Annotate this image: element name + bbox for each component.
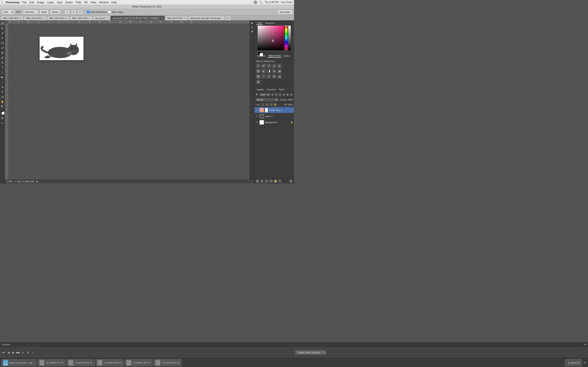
close-tab-deep-blue[interactable]: ✕	[221, 17, 223, 19]
visibility-layer1[interactable]: 👁	[256, 115, 259, 118]
apple-menu[interactable]: 	[2, 1, 3, 4]
select-menu[interactable]: Select	[65, 1, 73, 4]
lock-all-btn[interactable]: 🔒	[274, 103, 277, 106]
threshold-btn[interactable]	[272, 74, 277, 79]
filter-menu[interactable]: Filter	[76, 1, 81, 4]
add-group-btn[interactable]: 📁	[274, 179, 277, 183]
path-settings-btn[interactable]: ⚙	[78, 10, 83, 14]
text-tool[interactable]: T	[0, 90, 5, 94]
essentials-button[interactable]: Essentials	[278, 10, 292, 14]
collapse-panel-btn[interactable]: ▶	[250, 21, 254, 25]
layers-tab[interactable]: Layers	[256, 88, 264, 91]
curves-btn[interactable]	[267, 64, 271, 68]
fg-bg-swatches[interactable]	[258, 51, 264, 57]
hand-tool[interactable]: ✋	[0, 100, 5, 104]
invert-btn[interactable]: I	[261, 74, 266, 79]
tab-img0624[interactable]: IMG_0624.JPG ✕	[165, 16, 188, 20]
shape-tool[interactable]	[0, 95, 5, 99]
auto-add-delete-checkbox[interactable]	[87, 11, 90, 13]
opacity-value[interactable]: 100%	[287, 99, 293, 101]
selection-tool[interactable]	[0, 26, 5, 31]
add-mask-btn[interactable]: ◯	[265, 179, 268, 183]
close-tab-cat-purse-2[interactable]: ✕	[161, 17, 163, 19]
brightness-contrast-btn[interactable]: ☀	[256, 64, 260, 68]
layer-filter-select[interactable]: Kind Name Effect	[259, 93, 270, 96]
background-swatch[interactable]	[260, 53, 263, 56]
layer-row-layer1[interactable]: 👁 Layer 1	[254, 113, 294, 119]
clone-stamp-tool[interactable]	[0, 60, 5, 65]
close-tab-img0624[interactable]: ✕	[184, 17, 186, 19]
tab-deep-blue-sky[interactable]: deep-blue-sky-with-clouds.jpg ✕	[188, 16, 225, 20]
selective-color-btn[interactable]: ◉	[256, 80, 260, 84]
close-tab-img1554[interactable]: ✕	[89, 17, 90, 19]
move-tool[interactable]: ✥	[0, 31, 5, 35]
align-edges-checkbox[interactable]	[108, 11, 111, 13]
eyedropper-tool[interactable]	[0, 46, 5, 50]
path-transform-btn[interactable]: ▭	[65, 10, 70, 14]
layer-style-btn[interactable]: fx	[260, 179, 264, 183]
tab-cat-purse-2[interactable]: cat_purse_2 @ 33.3% (Photo Filter 1, RGB…	[111, 16, 165, 20]
share-icon[interactable]: ↗	[14, 180, 16, 183]
posterize-btn[interactable]: P	[267, 74, 271, 79]
filter-adj-btn[interactable]: A	[275, 93, 278, 96]
mask-button[interactable]: Mask	[40, 10, 49, 14]
dodge-tool[interactable]: ○	[0, 80, 5, 84]
lock-pixel-btn[interactable]: ▪	[261, 103, 265, 106]
close-tab-cat-purse[interactable]: ✕	[106, 17, 108, 19]
lightness-slider[interactable]	[288, 26, 291, 50]
delete-layer-btn[interactable]: 🗑	[289, 179, 293, 183]
color-lookup-btn[interactable]	[256, 74, 260, 79]
close-tab-img1631[interactable]: ✕	[66, 17, 67, 19]
path-select[interactable]: Path Shape Pixels	[2, 10, 14, 14]
crop-tool[interactable]	[0, 41, 5, 45]
timeline-expand-icon[interactable]: ▶	[36, 180, 38, 183]
file-menu[interactable]: File	[22, 1, 26, 4]
3d-menu[interactable]: 3D	[84, 1, 88, 4]
tab-cat-purse[interactable]: cat_purse ✕	[93, 16, 110, 20]
color-gradient[interactable]	[258, 26, 284, 50]
filter-type-btn[interactable]: T	[278, 93, 282, 96]
exposure-btn[interactable]: ◯	[272, 64, 277, 68]
blend-mode-select[interactable]: Normal Multiply Screen Overlay	[256, 98, 278, 101]
canvas-tool3[interactable]: ▮	[250, 29, 254, 33]
pen-tool[interactable]	[0, 21, 5, 26]
filter-toggle-btn[interactable]: ●	[290, 93, 293, 96]
view-menu[interactable]: View	[90, 1, 96, 4]
tab-img1622[interactable]: IMG_1622.JPG ✕	[1, 16, 24, 20]
color-balance-btn[interactable]: ◐	[261, 69, 266, 73]
visibility-background[interactable]: 👁	[256, 121, 259, 124]
close-tab-img1622[interactable]: ✕	[20, 17, 21, 19]
color-tab[interactable]: Color	[256, 21, 263, 25]
selection-button[interactable]: Selection...	[23, 10, 38, 14]
lock-move-btn[interactable]: ↥	[269, 103, 273, 106]
vibrance-btn[interactable]: ◈	[277, 64, 282, 68]
hue-slider[interactable]	[285, 26, 287, 50]
gradient-map-btn[interactable]: ▤	[277, 74, 282, 79]
patch-tool[interactable]	[0, 50, 5, 55]
black-white-btn[interactable]	[267, 69, 271, 73]
tabs-overflow[interactable]: >>	[225, 16, 231, 20]
quick-mask-btn[interactable]	[0, 116, 5, 120]
gradient-tool[interactable]	[0, 75, 5, 80]
background-color[interactable]	[2, 112, 4, 115]
pen-path-tool[interactable]	[0, 85, 5, 89]
paths-tab[interactable]: Paths	[278, 88, 285, 91]
swatches-tab[interactable]: Swatches	[264, 21, 276, 25]
link-layers-btn[interactable]: 🔗	[256, 179, 259, 183]
path-align-btn[interactable]: ⇄	[71, 10, 76, 14]
add-adjustment-btn[interactable]: ◯	[269, 179, 273, 183]
history-brush-tool[interactable]: ✎	[0, 65, 5, 70]
eraser-tool[interactable]: ◻	[0, 70, 5, 75]
search-icon[interactable]: 🔍	[259, 1, 263, 4]
shape-button[interactable]: Shape	[50, 10, 61, 14]
new-layer-btn[interactable]: +	[278, 179, 282, 183]
visibility-photo-filter[interactable]: 👁	[256, 109, 259, 111]
color-swatches-area[interactable]	[0, 110, 4, 115]
brush-tool[interactable]	[0, 55, 5, 60]
layer-row-photo-filter[interactable]: 👁 Photo Filter 1	[254, 107, 294, 113]
edit-menu[interactable]: Edit	[29, 1, 34, 4]
filter-smart-btn[interactable]: ■	[286, 93, 289, 96]
help-menu[interactable]: Help	[111, 1, 117, 4]
type-menu[interactable]: Type	[57, 1, 62, 4]
zoom-tool[interactable]: 🔍	[0, 104, 5, 109]
